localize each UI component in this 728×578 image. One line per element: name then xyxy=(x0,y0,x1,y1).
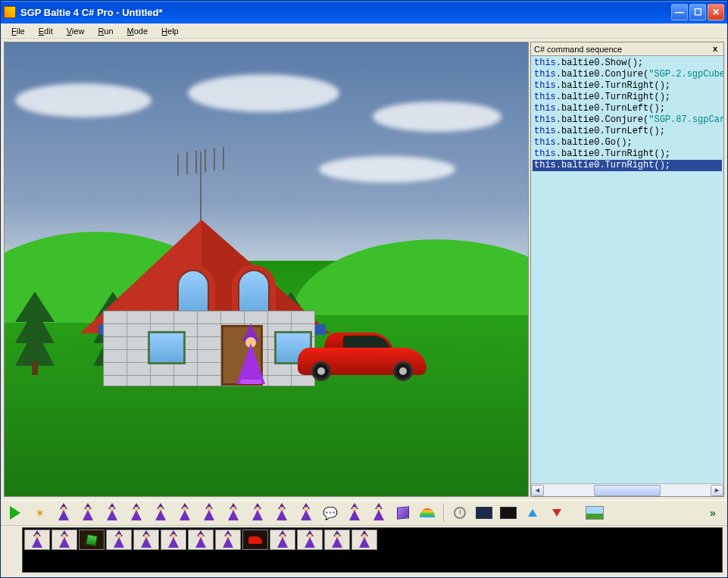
menu-help[interactable]: Help xyxy=(155,25,185,37)
cube-button[interactable] xyxy=(393,503,413,523)
timeline-area xyxy=(1,526,727,577)
clock-button[interactable] xyxy=(450,503,470,523)
titlebar[interactable]: SGP Baltie 4 C# Pro - Untitled* — ☐ ✕ xyxy=(1,1,727,23)
car-object xyxy=(298,333,426,381)
wizard-act-7-button[interactable] xyxy=(199,503,219,523)
terminal-dark-button[interactable] xyxy=(498,503,518,523)
wizard-icon xyxy=(139,533,154,548)
speech-bubble-icon: 💬 xyxy=(323,506,338,520)
timeline-cell[interactable] xyxy=(106,530,132,550)
app-icon xyxy=(4,6,16,18)
code-line[interactable]: this.baltie0.TurnLeft(); xyxy=(533,103,722,114)
code-panel-close-button[interactable]: x xyxy=(710,44,720,55)
code-line[interactable]: this.baltie0.Show(); xyxy=(533,58,722,69)
timeline-cell[interactable] xyxy=(242,530,268,550)
window-title: SGP Baltie 4 C# Pro - Untitled* xyxy=(20,7,671,18)
code-line[interactable]: this.baltie0.TurnRight(); xyxy=(533,148,722,160)
timeline-cell[interactable] xyxy=(188,530,214,550)
command-toolbar: ✶ 💬 » xyxy=(1,500,727,526)
timeline-cell[interactable] xyxy=(215,530,241,550)
timeline-cell[interactable] xyxy=(52,530,77,550)
code-line[interactable]: this.baltie0.TurnRight(); xyxy=(533,92,722,103)
menu-edit[interactable]: Edit xyxy=(33,25,59,37)
scroll-left-button[interactable]: ◄ xyxy=(531,485,544,496)
timeline-cell[interactable] xyxy=(324,530,350,550)
sparkle-icon: ✶ xyxy=(35,506,45,520)
timeline-cell[interactable] xyxy=(79,530,105,550)
terminal-icon xyxy=(500,507,517,519)
toolbar-overflow-button[interactable]: » xyxy=(703,503,723,523)
menu-view[interactable]: View xyxy=(61,25,91,37)
code-line[interactable]: this.baltie0.TurnRight(); xyxy=(533,80,722,92)
wizard-act-10-button[interactable] xyxy=(272,503,292,523)
code-listing[interactable]: this.baltie0.Show();this.baltie0.Conjure… xyxy=(531,56,723,483)
wizard-icon xyxy=(220,533,236,548)
wizard-act-2-button[interactable] xyxy=(78,503,98,523)
wizard-icon xyxy=(330,533,345,548)
timeline-cell[interactable] xyxy=(24,530,50,550)
wizard-act-5-button[interactable] xyxy=(151,503,170,523)
play-icon xyxy=(10,506,20,520)
timeline-strip[interactable] xyxy=(22,527,723,573)
wizard-icon xyxy=(347,505,362,520)
timeline-cell[interactable] xyxy=(133,530,159,550)
wizard-wave-button[interactable]: ✶ xyxy=(30,503,49,523)
upload-button[interactable] xyxy=(523,503,542,523)
wizard-act-6-button[interactable] xyxy=(175,503,195,523)
maximize-button[interactable]: ☐ xyxy=(689,4,706,20)
timeline-cell[interactable] xyxy=(270,530,295,550)
cube-icon xyxy=(397,506,409,520)
menu-mode[interactable]: Mode xyxy=(121,25,155,37)
scroll-track[interactable] xyxy=(544,485,711,496)
code-line[interactable]: this.baltie0.Conjure("SGP.87.sgpCar"); xyxy=(533,114,722,126)
cube-icon xyxy=(86,533,98,545)
content-area: C# command sequence x this.baltie0.Show(… xyxy=(1,39,727,500)
code-line[interactable]: this.baltie0.TurnRight(); xyxy=(533,160,722,171)
terminal-icon xyxy=(476,507,492,519)
speech-button[interactable]: 💬 xyxy=(320,503,340,523)
wizard-icon xyxy=(226,505,241,520)
wizard-icon xyxy=(80,505,95,520)
rainbow-icon xyxy=(420,508,435,517)
wizard-icon xyxy=(371,505,386,520)
terminal-button[interactable] xyxy=(474,503,494,523)
wizard-act-11-button[interactable] xyxy=(296,503,316,523)
wizard-icon xyxy=(250,505,265,520)
wizard-act-3-button[interactable] xyxy=(102,503,122,523)
timeline-cell[interactable] xyxy=(352,530,377,550)
wizard-icon xyxy=(357,533,372,548)
scroll-thumb[interactable] xyxy=(594,485,661,496)
wizard-icon xyxy=(57,533,72,548)
3d-viewport[interactable] xyxy=(4,42,529,497)
wizard-icon xyxy=(275,533,290,548)
menu-run[interactable]: Run xyxy=(92,25,119,37)
download-button[interactable] xyxy=(547,503,567,523)
code-h-scrollbar[interactable]: ◄ ► xyxy=(531,483,723,496)
scroll-right-button[interactable]: ► xyxy=(711,485,723,496)
timeline-cell[interactable] xyxy=(297,530,323,550)
wizard-act-8-button[interactable] xyxy=(223,503,243,523)
wizard-icon xyxy=(302,533,317,548)
code-line[interactable]: this.baltie0.Conjure("SGP.2.sgpCube"); xyxy=(533,69,722,80)
wizard-act-12-button[interactable] xyxy=(345,503,364,523)
timeline-cell[interactable] xyxy=(161,530,186,550)
code-panel-header[interactable]: C# command sequence x xyxy=(531,42,723,56)
wizard-icon xyxy=(30,533,45,548)
play-button[interactable] xyxy=(5,503,25,523)
scene-thumb-button[interactable] xyxy=(585,503,605,523)
wizard-icon xyxy=(202,505,217,520)
house-object xyxy=(73,197,315,386)
code-line[interactable]: this.baltie0.TurnLeft(); xyxy=(533,126,722,137)
menu-file[interactable]: File xyxy=(5,25,31,37)
code-line[interactable]: this.baltie0.Go(); xyxy=(533,137,722,148)
wizard-act-1-button[interactable] xyxy=(54,503,73,523)
rainbow-button[interactable] xyxy=(417,503,437,523)
toolbar-separator xyxy=(443,504,444,522)
wizard-act-9-button[interactable] xyxy=(248,503,267,523)
wizard-act-4-button[interactable] xyxy=(127,503,146,523)
car-icon xyxy=(248,536,262,544)
wizard-act-13-button[interactable] xyxy=(369,503,389,523)
code-panel: C# command sequence x this.baltie0.Show(… xyxy=(530,42,724,497)
minimize-button[interactable]: — xyxy=(671,4,688,20)
close-button[interactable]: ✕ xyxy=(708,4,724,20)
